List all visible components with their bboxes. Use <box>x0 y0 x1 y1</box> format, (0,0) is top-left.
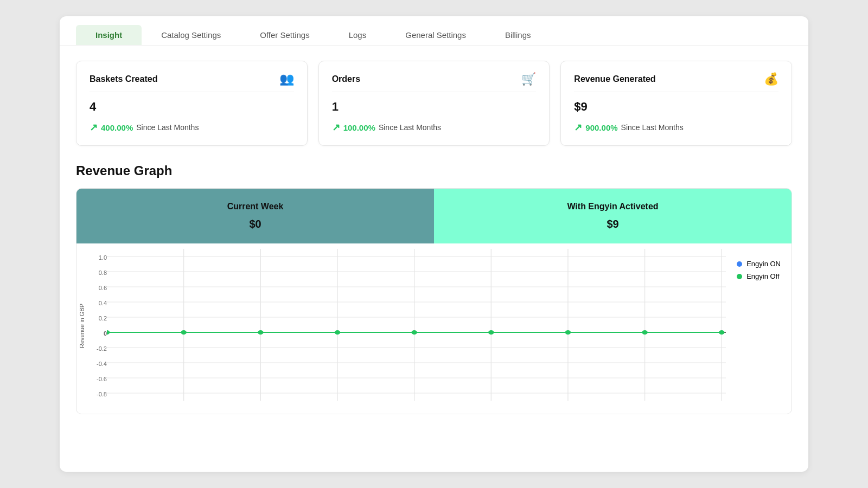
trend-arrow-revenue: ↗ <box>574 121 582 133</box>
tab-insight[interactable]: Insight <box>76 25 142 45</box>
chart-dot <box>642 330 647 335</box>
legend-label-engyin-off: Engyin Off <box>746 272 779 280</box>
graph-container: Current Week $0 With Engyin Activeted $9… <box>76 188 792 414</box>
trend-pct-revenue: 900.00% <box>585 123 617 132</box>
tab-offer-settings[interactable]: Offer Settings <box>240 25 329 45</box>
chart-dot <box>107 330 110 335</box>
chart-dot <box>181 330 186 335</box>
chart-dot <box>258 330 263 335</box>
trend-pct-orders: 100.00% <box>343 123 375 132</box>
section-title-revenue-graph: Revenue Graph <box>76 163 792 178</box>
revenue-icon: 💰 <box>764 72 778 86</box>
tab-catalog-settings[interactable]: Catalog Settings <box>142 25 240 45</box>
main-container: Insight Catalog Settings Offer Settings … <box>60 16 808 472</box>
rev-card-current-week: Current Week $0 <box>76 189 434 243</box>
stat-card-trend-orders: ↗ 100.00% Since Last Months <box>332 121 537 133</box>
stat-card-value-baskets: 4 <box>90 100 294 114</box>
chart-svg <box>107 249 726 401</box>
y-ticks: 1.0 0.8 0.6 0.4 0.2 0 -0.2 -0.4 -0.6 -0.… <box>87 250 107 402</box>
y-tick: -0.2 <box>87 345 107 352</box>
stat-card-title-baskets: Baskets Created <box>90 74 157 84</box>
chart-svg-area <box>107 249 726 403</box>
stat-card-trend-baskets: ↗ 400.00% Since Last Months <box>90 121 294 133</box>
trend-label-revenue: Since Last Months <box>621 123 684 132</box>
chart-dot <box>565 330 571 335</box>
y-tick: 0.2 <box>87 315 107 322</box>
tab-general-settings[interactable]: General Settings <box>386 25 486 45</box>
y-tick: -0.4 <box>87 361 107 367</box>
trend-label-orders: Since Last Months <box>379 123 441 132</box>
legend-dot-engyin-off <box>737 274 742 279</box>
legend-item-engyin-on: Engyin ON <box>737 260 781 268</box>
y-tick: 0.4 <box>87 300 107 306</box>
y-tick: 0.8 <box>87 269 107 276</box>
rev-card-label-engyin: With Engyin Activeted <box>447 202 778 211</box>
legend-label-engyin-on: Engyin ON <box>746 260 781 268</box>
tab-logs[interactable]: Logs <box>329 25 386 45</box>
rev-card-value-engyin: $9 <box>447 218 778 230</box>
chart-dot <box>719 330 724 335</box>
chart-dot <box>411 330 417 335</box>
stat-card-value-orders: 1 <box>332 100 537 114</box>
rev-card-value-current: $0 <box>90 218 421 230</box>
stat-card-orders: Orders 🛒 1 ↗ 100.00% Since Last Months <box>318 61 550 146</box>
trend-arrow-orders: ↗ <box>332 121 340 133</box>
stat-card-header-orders: Orders 🛒 <box>332 72 537 86</box>
stat-card-revenue: Revenue Generated 💰 $9 ↗ 900.00% Since L… <box>560 61 792 146</box>
stat-card-header-revenue: Revenue Generated 💰 <box>574 72 778 86</box>
orders-icon: 🛒 <box>521 72 536 86</box>
y-axis-label: Revenue in GBP <box>76 304 87 348</box>
chart-dot <box>488 330 494 335</box>
stat-card-trend-revenue: ↗ 900.00% Since Last Months <box>574 121 778 133</box>
y-tick: 1.0 <box>87 254 107 261</box>
y-tick: -0.6 <box>87 376 107 382</box>
stat-card-value-revenue: $9 <box>574 100 778 114</box>
tab-bar: Insight Catalog Settings Offer Settings … <box>60 16 808 46</box>
y-tick: 0 <box>87 330 107 337</box>
divider-orders <box>332 92 537 92</box>
chart-area: Revenue in GBP 1.0 0.8 0.6 0.4 0.2 0 -0.… <box>76 243 792 403</box>
baskets-icon: 👥 <box>279 72 294 86</box>
divider-revenue <box>574 92 778 92</box>
trend-arrow-baskets: ↗ <box>90 121 98 133</box>
revenue-summary-cards: Current Week $0 With Engyin Activeted $9 <box>76 189 792 243</box>
stat-card-title-revenue: Revenue Generated <box>574 74 655 84</box>
rev-card-label-current: Current Week <box>90 202 421 211</box>
tab-billings[interactable]: Billings <box>486 25 551 45</box>
y-axis-container: Revenue in GBP 1.0 0.8 0.6 0.4 0.2 0 -0.… <box>76 249 107 403</box>
legend-dot-engyin-on <box>737 261 742 267</box>
content-area: Baskets Created 👥 4 ↗ 400.00% Since Last… <box>60 46 808 429</box>
y-tick: -0.8 <box>87 391 107 397</box>
stat-card-title-orders: Orders <box>332 74 360 84</box>
divider-baskets <box>90 92 294 92</box>
stat-cards-row: Baskets Created 👥 4 ↗ 400.00% Since Last… <box>76 61 792 146</box>
trend-pct-baskets: 400.00% <box>101 123 133 132</box>
legend-item-engyin-off: Engyin Off <box>737 272 781 280</box>
rev-card-engyin: With Engyin Activeted $9 <box>434 189 792 243</box>
y-tick: 0.6 <box>87 285 107 291</box>
stat-card-header-baskets: Baskets Created 👥 <box>90 72 294 86</box>
chart-dot <box>335 330 340 335</box>
stat-card-baskets: Baskets Created 👥 4 ↗ 400.00% Since Last… <box>76 61 308 146</box>
trend-label-baskets: Since Last Months <box>136 123 199 132</box>
chart-legend: Engyin ON Engyin Off <box>726 249 792 403</box>
